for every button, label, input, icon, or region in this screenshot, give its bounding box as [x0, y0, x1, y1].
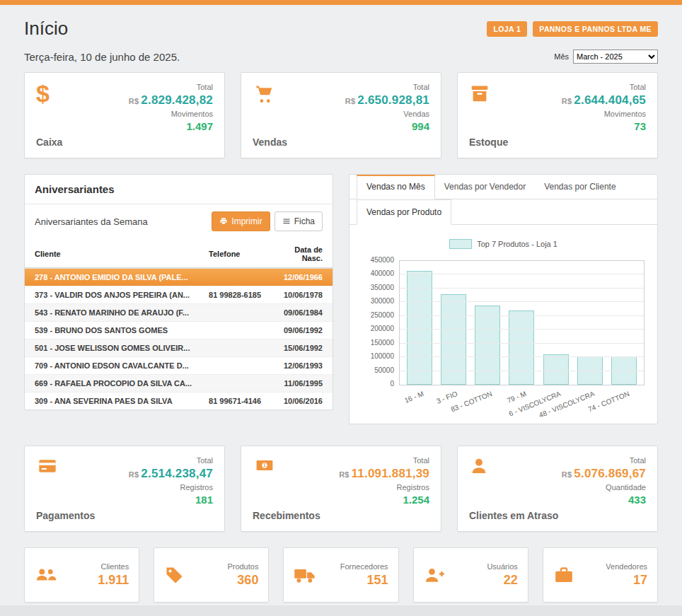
- tab-vendas-no-mes[interactable]: Vendas no Mês: [357, 175, 435, 199]
- dashboard-page: Início LOJA 1 PANNOS E PANNOS LTDA ME Te…: [0, 18, 682, 603]
- table-row[interactable]: 539 - BRUNO DOS SANTOS GOMES09/06/1992: [25, 322, 333, 339]
- chart-bar: [475, 306, 500, 385]
- caixa-title: Caixa: [36, 136, 62, 148]
- birthdays-table: Cliente Telefone Data de Nasc. 278 - ANT…: [25, 241, 333, 409]
- counter-value: 360: [237, 573, 258, 588]
- clientes-atraso-title: Clientes em Atraso: [469, 510, 558, 521]
- counter-label: Usuários: [487, 562, 517, 571]
- clientes-atraso-card: Clientes em Atraso Total R$5.076.869,67 …: [457, 446, 658, 532]
- count-label: Quantidade: [606, 483, 646, 492]
- page-title: Início: [24, 18, 68, 40]
- y-tick-label: 100000: [371, 352, 394, 360]
- clientes-atraso-total: R$5.076.869,67: [562, 467, 646, 481]
- y-axis: 0500001000001500002000002500003000003500…: [362, 260, 399, 384]
- chart-bar: [509, 310, 534, 385]
- tab-vendas-por-cliente[interactable]: Vendas por Cliente: [535, 175, 625, 199]
- header-badges: LOJA 1 PANNOS E PANNOS LTDA ME: [487, 21, 658, 37]
- birthdays-panel: Aniversariantes Aniversariantes da Seman…: [24, 174, 333, 410]
- pagamentos-card: Pagamentos Total R$2.514.238,47 Registro…: [24, 446, 225, 532]
- col-telefone: Telefone: [199, 241, 272, 268]
- bar-chart: Top 7 Produtos - Loja 1 0500001000001500…: [349, 225, 657, 424]
- company-badge[interactable]: PANNOS E PANNOS LTDA ME: [533, 21, 658, 37]
- total-label: Total: [197, 83, 213, 91]
- caixa-count: 1.497: [186, 120, 213, 132]
- date-row: Terça-feira, 10 de junho de 2025. Mês Ma…: [24, 50, 658, 64]
- footer-strip: [0, 605, 682, 616]
- gridline: [400, 288, 644, 289]
- total-label: Total: [630, 83, 646, 91]
- dollar-icon: $: [36, 83, 62, 105]
- estoque-title: Estoque: [469, 136, 508, 148]
- table-row[interactable]: 278 - ANTONIO EMIDIO DA SILVA (PALE...12…: [25, 268, 333, 286]
- y-tick-label: 50000: [374, 366, 394, 374]
- counter-row: Clientes 1.911 Produtos 360 Fornecedores…: [24, 547, 658, 603]
- table-row[interactable]: 373 - VALDIR DOS ANJOS PEREIRA (AN...81 …: [25, 286, 333, 304]
- birthdays-title: Aniversariantes: [25, 175, 333, 204]
- gridline: [400, 301, 644, 302]
- col-cliente: Cliente: [25, 241, 199, 268]
- estoque-total: R$2.644.404,65: [562, 93, 646, 107]
- counter-label: Vendedores: [606, 562, 647, 571]
- briefcase-icon: [553, 566, 574, 584]
- month-filter: Mês March - 2025: [554, 50, 658, 64]
- vendedores-counter-card: Vendedores 17: [543, 547, 658, 603]
- cart-icon: [253, 83, 287, 104]
- print-button[interactable]: Imprimir: [212, 211, 270, 231]
- y-tick-label: 250000: [371, 311, 394, 319]
- y-tick-label: 300000: [371, 297, 394, 305]
- month-select[interactable]: March - 2025: [573, 50, 658, 64]
- pagamentos-count: 181: [195, 494, 213, 506]
- credit-card-icon: [36, 456, 95, 476]
- list-icon: [282, 217, 291, 226]
- fornecedores-counter-card: Fornecedores 151: [283, 547, 398, 603]
- gridline: [400, 274, 644, 274]
- count-label: Registros: [180, 483, 213, 492]
- counter-value: 17: [633, 573, 647, 588]
- tab-vendas-por-vendedor[interactable]: Vendas por Vendedor: [435, 175, 535, 199]
- counter-value: 1.911: [98, 573, 129, 588]
- sales-panel: Vendas no Mês Vendas por Vendedor Vendas…: [349, 174, 658, 424]
- archive-box-icon: [469, 83, 508, 104]
- store-badge[interactable]: LOJA 1: [487, 21, 527, 37]
- estoque-count: 73: [634, 120, 646, 132]
- caixa-card: $ Caixa Total R$2.829.428,82 Movimentos …: [24, 72, 225, 158]
- topbar: [0, 0, 682, 5]
- gridline: [400, 343, 644, 344]
- plot-area: [399, 260, 645, 385]
- table-row[interactable]: 709 - ANTONIO EDSON CAVALCANTE D...12/06…: [25, 357, 333, 375]
- gridline: [400, 329, 644, 330]
- clientes-counter-card: Clientes 1.911: [24, 547, 139, 603]
- truck-icon: [294, 566, 316, 585]
- tag-icon: [164, 565, 184, 585]
- svg-text:1: 1: [263, 463, 266, 467]
- ficha-button[interactable]: Ficha: [274, 211, 323, 231]
- pagamentos-total: R$2.514.238,47: [129, 467, 213, 481]
- counter-label: Produtos: [227, 562, 258, 571]
- counter-label: Fornecedores: [340, 562, 388, 571]
- count-label: Registros: [397, 483, 429, 492]
- usuarios-counter-card: Usuários 22: [413, 547, 528, 603]
- header: Início LOJA 1 PANNOS E PANNOS LTDA ME: [24, 18, 658, 40]
- current-date: Terça-feira, 10 de junho de 2025.: [24, 51, 180, 63]
- x-tick-label: 16 - M: [403, 390, 424, 405]
- y-tick-label: 350000: [371, 284, 394, 291]
- y-tick-label: 0: [390, 380, 394, 388]
- table-row[interactable]: 309 - ANA SEVERINA PAES DA SILVA81 99671…: [25, 393, 333, 410]
- y-tick-label: 450000: [371, 256, 394, 264]
- count-label: Movimentos: [171, 110, 213, 118]
- table-row[interactable]: 669 - RAFAELA PROCOPIO DA SILVA CA...11/…: [25, 375, 333, 393]
- y-tick-label: 150000: [371, 339, 394, 347]
- table-row[interactable]: 543 - RENATO MARINHO DE ARAUJO (F...09/0…: [25, 304, 333, 322]
- top-stats-row: $ Caixa Total R$2.829.428,82 Movimentos …: [24, 72, 658, 158]
- user-plus-icon: [424, 566, 445, 584]
- vendas-title: Vendas: [253, 136, 287, 148]
- vendas-total: R$2.650.928,81: [345, 93, 429, 107]
- recebimentos-title: Recebimentos: [253, 510, 320, 521]
- subtab-vendas-por-produto[interactable]: Vendas por Produto: [357, 199, 451, 225]
- table-row[interactable]: 501 - JOSE WELISSON GOMES OLIVEIR...15/0…: [25, 339, 333, 357]
- bottom-stats-row: Pagamentos Total R$2.514.238,47 Registro…: [24, 446, 658, 532]
- clientes-atraso-count: 433: [628, 494, 646, 506]
- month-label: Mês: [554, 52, 569, 61]
- user-icon: [469, 456, 558, 476]
- legend-swatch: [449, 239, 472, 249]
